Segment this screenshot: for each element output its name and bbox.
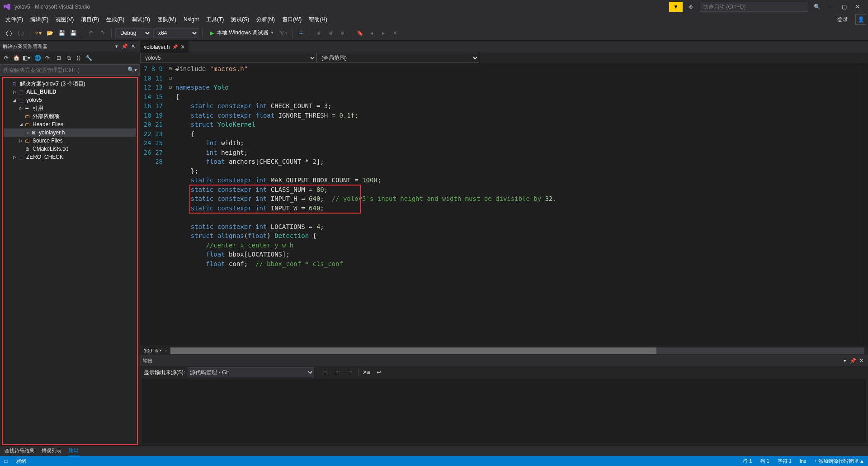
output-body[interactable] bbox=[142, 379, 866, 443]
indent-left-icon[interactable]: ≡ bbox=[314, 28, 324, 38]
separator bbox=[310, 29, 310, 38]
wrap-icon[interactable]: ↩ bbox=[374, 367, 384, 377]
redo-icon[interactable]: ↷ bbox=[98, 28, 108, 38]
nav-project-select[interactable]: yolov5 bbox=[140, 53, 316, 63]
nav-fwd-icon[interactable]: ◯ bbox=[15, 28, 25, 38]
bottom-tabs: 查找符号结果 错误列表 输出 bbox=[0, 445, 868, 456]
close-icon[interactable]: ✕ bbox=[180, 44, 185, 50]
scrollbar-horizontal[interactable] bbox=[170, 347, 864, 354]
bookmark-prev-icon[interactable]: ◂ bbox=[367, 28, 377, 38]
nav-scope-select[interactable]: (全局范围) bbox=[316, 53, 479, 63]
tab-find-results[interactable]: 查找符号结果 bbox=[4, 446, 35, 456]
solution-search-input[interactable] bbox=[0, 64, 140, 76]
pin-icon[interactable]: 📌 bbox=[172, 44, 178, 49]
wrench-icon[interactable]: 🔧 bbox=[84, 53, 93, 62]
nav-back-icon[interactable]: ◯ bbox=[4, 28, 14, 38]
start-debug-button[interactable]: ▶ 本地 Windows 调试器 ▾ bbox=[206, 28, 277, 38]
status-window-icon[interactable]: ▭ bbox=[4, 458, 8, 464]
scrollbar-vertical[interactable] bbox=[862, 63, 868, 346]
sync-icon[interactable]: 🌐 bbox=[33, 53, 42, 62]
config-select[interactable]: Debug bbox=[115, 28, 151, 38]
code-content[interactable]: #include "macros.h" namespace Yolo{ stat… bbox=[174, 63, 862, 346]
pin-icon[interactable]: 📌 bbox=[121, 42, 129, 50]
open-file-icon[interactable]: 📂 bbox=[45, 28, 55, 38]
fold-gutter[interactable]: ⊟ ⊟ ⊟ bbox=[167, 63, 174, 346]
bookmark-next-icon[interactable]: ▸ bbox=[378, 28, 388, 38]
tree-external[interactable]: 🗀外部依赖项 bbox=[4, 112, 136, 120]
tree-zero-check[interactable]: ▷⬚ZERO_CHECK bbox=[4, 153, 136, 161]
tree-yolov5[interactable]: ◢⬚yolov5 bbox=[4, 96, 136, 104]
prev-icon[interactable]: ≣ bbox=[333, 367, 343, 377]
debug-target-icon[interactable]: ⛭▾ bbox=[278, 28, 288, 38]
menu-analyze[interactable]: 分析(N) bbox=[253, 14, 278, 25]
collapse-icon[interactable]: ◧▾ bbox=[22, 53, 31, 62]
close-button[interactable]: ✕ bbox=[851, 2, 864, 12]
clear-icon[interactable]: ✕≡ bbox=[361, 367, 371, 377]
copy-icon[interactable]: ⧉ bbox=[64, 53, 73, 62]
avatar-icon[interactable]: 👤 bbox=[855, 14, 866, 25]
menu-nsight[interactable]: Nsight bbox=[180, 14, 203, 24]
home-icon[interactable]: 🏠 bbox=[12, 53, 21, 62]
output-source-select[interactable]: 源代码管理 - Git bbox=[188, 367, 314, 377]
close-icon[interactable]: ✕ bbox=[857, 357, 865, 365]
output-panel: 输出 ▾ 📌 ✕ 显示输出来源(S): 源代码管理 - Git ≣ ≣ ≣ ✕≡… bbox=[140, 355, 868, 445]
menu-debug[interactable]: 调试(D) bbox=[128, 14, 154, 25]
dropdown-icon[interactable]: ▾ bbox=[841, 357, 849, 365]
separator bbox=[292, 29, 292, 38]
refresh-icon[interactable]: ⟳ bbox=[43, 53, 52, 62]
menu-edit[interactable]: 编辑(E) bbox=[27, 14, 52, 25]
tree-solution-root[interactable]: ⧉解决方案'yolov5' (3 个项目) bbox=[4, 80, 136, 88]
indent-right-icon[interactable]: ≡ bbox=[326, 28, 335, 38]
tree-source-files[interactable]: ▷🗀Source Files bbox=[4, 137, 136, 145]
tree-cmakelists[interactable]: 🗎CMakeLists.txt bbox=[4, 145, 136, 153]
quick-launch-input[interactable] bbox=[700, 2, 808, 12]
menu-build[interactable]: 生成(B) bbox=[103, 14, 128, 25]
step-icon[interactable]: ⮓ bbox=[296, 28, 306, 38]
undo-icon[interactable]: ↶ bbox=[86, 28, 96, 38]
pin-icon[interactable]: 📌 bbox=[849, 357, 857, 365]
maximize-button[interactable]: ▢ bbox=[837, 2, 851, 12]
bookmark-icon[interactable]: 🔖 bbox=[355, 28, 365, 38]
dropdown-icon[interactable]: ▾ bbox=[113, 42, 121, 50]
tab-error-list[interactable]: 错误列表 bbox=[41, 446, 62, 456]
close-icon[interactable]: ✕ bbox=[129, 42, 137, 50]
save-all-icon[interactable]: 💾 bbox=[68, 28, 78, 38]
menu-team[interactable]: 团队(M) bbox=[154, 14, 180, 25]
tree-references[interactable]: ▷▪▪引用 bbox=[4, 104, 136, 112]
comment-icon[interactable]: ≡ bbox=[337, 28, 347, 38]
tree-header-files[interactable]: ◢🗀Header Files bbox=[4, 120, 136, 128]
menu-test[interactable]: 测试(S) bbox=[227, 14, 253, 25]
new-project-icon[interactable]: ✧▾ bbox=[33, 28, 43, 38]
menu-help[interactable]: 帮助(H) bbox=[305, 14, 331, 25]
menu-view[interactable]: 视图(V) bbox=[52, 14, 77, 25]
tree-all-build[interactable]: ▷⬚ALL_BUILD bbox=[4, 88, 136, 96]
tree-yololayer-h[interactable]: ▷🗎yololayer.h bbox=[4, 128, 136, 137]
home-icon[interactable]: ⟳ bbox=[2, 53, 11, 62]
bookmark-clear-icon[interactable]: ✕ bbox=[390, 28, 400, 38]
run-label: 本地 Windows 调试器 bbox=[217, 29, 269, 37]
play-icon: ▶ bbox=[210, 30, 214, 36]
status-char: 字符 1 bbox=[778, 458, 792, 465]
menu-tools[interactable]: 工具(T) bbox=[203, 14, 227, 25]
editor-tab-yololayer[interactable]: yololayer.h 📌 ✕ bbox=[140, 41, 189, 52]
status-scm[interactable]: ↑ 添加到源代码管理 ▲ bbox=[815, 458, 865, 465]
minimize-button[interactable]: ─ bbox=[824, 2, 837, 12]
save-icon[interactable]: 💾 bbox=[57, 28, 66, 38]
feedback-icon[interactable]: ☺ bbox=[684, 2, 698, 12]
next-icon[interactable]: ≣ bbox=[345, 367, 355, 377]
search-icon[interactable]: 🔍▾ bbox=[127, 67, 137, 73]
code-editor[interactable]: 7 8 9 10 11 12 13 14 15 16 17 18 19 20 2… bbox=[140, 63, 868, 346]
showall-icon[interactable]: ⊡ bbox=[54, 53, 63, 62]
zoom-level[interactable]: 100 % bbox=[144, 348, 158, 353]
menu-window[interactable]: 窗口(W) bbox=[278, 14, 305, 25]
sign-in-link[interactable]: 登录 bbox=[834, 14, 852, 25]
menu-file[interactable]: 文件(F) bbox=[2, 14, 27, 25]
platform-select[interactable]: x64 bbox=[153, 28, 198, 38]
chevron-down-icon[interactable]: ▾ bbox=[160, 348, 161, 352]
tab-output[interactable]: 输出 bbox=[68, 445, 80, 456]
properties-icon[interactable]: ⟨⟩ bbox=[74, 53, 83, 62]
search-icon[interactable]: 🔍 bbox=[810, 2, 824, 12]
notification-flag-icon[interactable]: ▼ bbox=[669, 2, 683, 12]
goto-icon[interactable]: ≣ bbox=[320, 367, 330, 377]
menu-project[interactable]: 项目(P) bbox=[77, 14, 103, 25]
